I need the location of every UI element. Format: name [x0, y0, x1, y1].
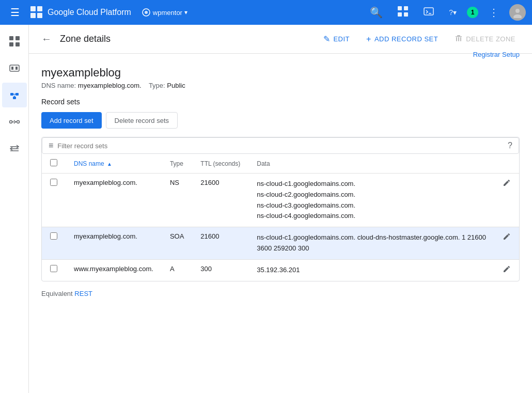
sort-icon: ▲	[107, 161, 112, 167]
dns-name-cell: www.myexampleblog.com.	[66, 259, 162, 280]
svg-point-13	[513, 14, 522, 18]
svg-rect-2	[30, 13, 36, 18]
edit-row-button[interactable]	[494, 174, 519, 227]
products-icon[interactable]	[393, 2, 413, 24]
record-sets-table: DNS name ▲ Type TTL (seconds) Data myexa…	[42, 154, 519, 281]
svg-rect-10	[424, 8, 433, 15]
svg-rect-33	[457, 35, 460, 36]
project-selector[interactable]: wpmentor ▾	[142, 8, 187, 17]
table-header-row: DNS name ▲ Type TTL (seconds) Data	[42, 154, 519, 174]
svg-rect-16	[9, 42, 13, 46]
type-label: Type:	[149, 82, 165, 89]
gcp-logo-icon	[30, 6, 43, 19]
svg-rect-35	[456, 37, 457, 41]
app-title: Google Cloud Platform	[48, 8, 131, 17]
data-line: ns-cloud-c1.googledomains.com. cloud-dns…	[257, 232, 486, 254]
svg-rect-17	[15, 42, 20, 46]
svg-rect-18	[10, 65, 19, 71]
registrar-setup-link[interactable]: Registrar Setup	[473, 51, 520, 58]
data-line: 35.192.36.201	[257, 265, 486, 276]
type-cell: NS	[162, 174, 192, 227]
svg-rect-0	[30, 6, 36, 11]
dns-value: myexampleblog.com.	[78, 82, 142, 89]
row-checkbox-cell	[42, 227, 66, 260]
app-logo: Google Cloud Platform	[30, 6, 131, 19]
svg-rect-3	[37, 13, 42, 18]
svg-rect-23	[13, 97, 16, 99]
filter-icon: ≡	[49, 141, 53, 150]
dns-name-cell: myexampleblog.com.	[66, 227, 162, 260]
data-cell: ns-cloud-c1.googledomains.com.ns-cloud-c…	[248, 174, 494, 227]
table-row: myexampleblog.com.NS21600ns-cloud-c1.goo…	[42, 174, 519, 227]
filter-input[interactable]	[57, 142, 504, 150]
edit-button[interactable]: ✎ EDIT	[319, 34, 354, 44]
add-icon: +	[366, 35, 371, 44]
rest-link[interactable]: REST	[74, 290, 92, 297]
type-header: Type	[162, 154, 192, 174]
project-name: wpmentor	[153, 9, 182, 17]
page-header: ← Zone details ✎ EDIT + ADD RECORD SET D…	[29, 25, 532, 54]
hamburger-icon[interactable]: ☰	[6, 2, 24, 23]
delete-zone-button[interactable]: DELETE ZONE	[450, 34, 520, 44]
dns-label: DNS name:	[41, 82, 76, 89]
svg-rect-6	[398, 6, 402, 10]
back-button[interactable]: ←	[41, 33, 52, 45]
sidebar-item-home[interactable]	[2, 29, 27, 54]
type-value: Public	[167, 82, 185, 89]
svg-point-12	[515, 9, 520, 13]
routing-icon	[9, 116, 20, 128]
svg-rect-37	[460, 37, 461, 41]
project-dropdown-icon: ▾	[184, 9, 187, 16]
filter-help-icon[interactable]: ?	[508, 141, 512, 150]
avatar-icon	[512, 7, 523, 18]
svg-rect-14	[9, 36, 13, 40]
network-icon	[9, 89, 20, 101]
add-record-set-button[interactable]: + ADD RECORD SET	[362, 35, 442, 44]
cloud-shell-icon[interactable]	[419, 2, 439, 24]
search-icon[interactable]: 🔍	[366, 2, 387, 23]
sidebar-item-compute[interactable]	[2, 56, 27, 81]
filter-table-container: ≡ ? DNS name ▲ Type TT	[41, 137, 520, 281]
sidebar-item-network[interactable]	[2, 83, 27, 107]
content-area: myexampleblog DNS name: myexampleblog.co…	[29, 54, 532, 310]
svg-rect-15	[15, 36, 20, 40]
add-record-set-btn[interactable]: Add record set	[41, 112, 102, 129]
dns-name-cell: myexampleblog.com.	[66, 174, 162, 227]
svg-rect-34	[456, 36, 462, 37]
svg-rect-1	[37, 6, 42, 11]
trash-icon	[455, 34, 463, 42]
data-line: ns-cloud-c3.googledomains.com.	[257, 200, 486, 211]
svg-point-27	[17, 121, 19, 123]
delete-record-sets-btn[interactable]: Delete record sets	[106, 112, 178, 129]
dns-name-header[interactable]: DNS name ▲	[66, 154, 162, 174]
sidebar	[0, 25, 29, 393]
row-checkbox[interactable]	[50, 232, 57, 240]
sidebar-item-routing[interactable]	[2, 109, 27, 134]
select-all-checkbox[interactable]	[50, 159, 57, 166]
svg-point-5	[145, 11, 148, 14]
actions-header	[494, 154, 519, 174]
zone-meta: DNS name: myexampleblog.com. Type: Publi…	[41, 82, 185, 89]
svg-rect-36	[458, 37, 459, 41]
ttl-cell: 21600	[192, 227, 248, 260]
data-cell: ns-cloud-c1.googledomains.com. cloud-dns…	[248, 227, 494, 260]
help-icon[interactable]: ?▾	[445, 4, 461, 21]
more-options-icon[interactable]: ⋮	[484, 2, 503, 23]
svg-rect-7	[404, 6, 408, 10]
data-header: Data	[248, 154, 494, 174]
home-icon	[9, 36, 20, 47]
row-checkbox[interactable]	[50, 179, 57, 186]
row-checkbox[interactable]	[50, 265, 57, 272]
notification-badge[interactable]: 1	[467, 7, 478, 18]
ttl-header: TTL (seconds)	[192, 154, 248, 174]
table-row: myexampleblog.com.SOA21600ns-cloud-c1.go…	[42, 227, 519, 260]
user-avatar[interactable]	[509, 4, 526, 21]
edit-row-button[interactable]	[494, 227, 519, 260]
equivalent-rest: Equivalent REST	[41, 290, 520, 297]
flow-icon	[9, 143, 20, 154]
equivalent-label: Equivalent	[41, 290, 73, 297]
sidebar-item-flow[interactable]	[2, 136, 27, 161]
data-line: ns-cloud-c2.googledomains.com.	[257, 190, 486, 200]
edit-row-button[interactable]	[494, 259, 519, 280]
action-bar: Add record set Delete record sets	[41, 112, 520, 129]
